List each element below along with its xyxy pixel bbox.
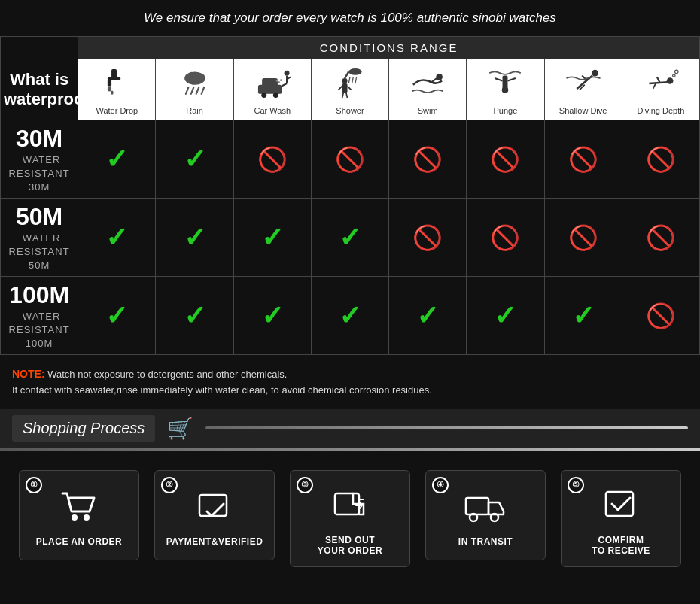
col-punge-label: Punge [470, 106, 540, 115]
svg-point-7 [184, 71, 205, 84]
svg-rect-14 [262, 78, 278, 87]
row-100m-c7: ✓ [544, 277, 622, 355]
svg-point-49 [667, 77, 674, 84]
step4-icon [463, 490, 508, 530]
row-100m-label: 100M WATER RESISTANT 100M [1, 277, 78, 355]
row-100m-c4: ✓ [311, 277, 388, 355]
row-30m-c6: 🚫 [467, 120, 544, 199]
row-100m-c8: 🚫 [622, 277, 699, 355]
shopping-title: Shopping Process [12, 415, 155, 442]
svg-rect-59 [466, 498, 488, 514]
col-shower: Shower [311, 59, 388, 120]
svg-point-21 [278, 81, 280, 83]
row-50m-c7: 🚫 [544, 199, 622, 277]
col-diving-depth: Diving Depth [622, 59, 699, 120]
step4-label: IN TRANSIT [458, 536, 513, 547]
step1-label: PLACE AN ORDER [36, 536, 123, 547]
shopping-divider [0, 448, 700, 451]
col-water-drop: Water Drop [78, 59, 156, 120]
row-100m: 100M WATER RESISTANT 100M ✓ ✓ ✓ ✓ ✓ ✓ ✓ … [1, 277, 700, 355]
row-30m-c5: 🚫 [389, 120, 467, 199]
row-50m-c5: 🚫 [389, 199, 467, 277]
row-50m-label: 50M WATER RESISTANT 50M [1, 199, 78, 277]
row-50m-rating: 50M [16, 203, 62, 230]
col-car-wash-label: Car Wash [237, 106, 308, 115]
row-100m-c5: ✓ [389, 277, 467, 355]
row-100m-c3: ✓ [233, 277, 311, 355]
step5-icon [601, 489, 641, 529]
svg-rect-41 [503, 76, 508, 90]
svg-point-22 [276, 80, 278, 82]
svg-point-4 [108, 86, 111, 91]
top-banner: We ensure that your order every watch is… [0, 0, 700, 36]
step1-icon [59, 490, 99, 530]
row-30m-c8: 🚫 [622, 120, 699, 199]
step3-label: SEND OUT YOUR ORDER [318, 535, 382, 556]
col-shallow-dive-label: Shallow Dive [548, 106, 619, 115]
row-50m-desc: WATER RESISTANT 50M [9, 232, 70, 271]
shopping-header: Shopping Process 🛒 [0, 409, 700, 448]
step-place-order: ① PLACE AN ORDER [19, 470, 139, 560]
step3-num: ③ [297, 477, 313, 493]
svg-rect-3 [108, 80, 111, 87]
svg-point-55 [84, 514, 90, 521]
svg-point-23 [280, 79, 282, 81]
step4-num: ④ [432, 477, 449, 493]
row-50m-c6: 🚫 [467, 199, 544, 277]
step5-label: COMFIRM TO RECEIVE [592, 535, 650, 556]
conditions-header: CONDITIONS RANGE [78, 37, 700, 59]
svg-point-5 [111, 91, 114, 95]
row-50m: 50M WATER RESISTANT 50M ✓ ✓ ✓ ✓ 🚫 🚫 🚫 🚫 [1, 199, 700, 277]
col-shower-label: Shower [315, 106, 385, 115]
step-confirm: ⑤ COMFIRM TO RECEIVE [561, 470, 681, 567]
col-swim-label: Swim [392, 106, 463, 115]
col-rain-label: Rain [159, 106, 230, 115]
col-car-wash: Car Wash [233, 59, 311, 120]
row-30m-desc: WATER RESISTANT 30M [9, 154, 70, 193]
step1-num: ① [26, 477, 42, 493]
col-rain: Rain [156, 59, 233, 120]
svg-point-17 [284, 71, 289, 76]
step2-label: PAYMENT&VERIFIED [166, 536, 263, 547]
svg-rect-1 [111, 69, 117, 78]
note-line1: NOTE: Watch not exposure to detergents a… [12, 366, 688, 383]
row-100m-rating: 100M [9, 281, 69, 308]
note-label: NOTE: [12, 368, 45, 380]
steps-row: ① PLACE AN ORDER ② PAYMENT&VERIFIED [0, 463, 700, 582]
step3-icon [330, 489, 370, 529]
col-shallow-dive: Shallow Dive [544, 59, 622, 120]
svg-point-37 [436, 74, 443, 80]
step5-num: ⑤ [568, 477, 584, 493]
col-diving-depth-label: Diving Depth [625, 106, 696, 115]
row-30m-c3: 🚫 [233, 120, 311, 199]
step-payment: ② PAYMENT&VERIFIED [154, 470, 275, 560]
svg-point-25 [348, 68, 361, 75]
col-water-drop-label: Water Drop [81, 106, 152, 115]
svg-point-15 [261, 93, 266, 98]
note-line2: If contact with seawater,rinse immediate… [12, 383, 688, 399]
svg-point-16 [273, 93, 278, 98]
col-punge: Punge [467, 59, 544, 120]
row-30m-label: 30M WATER RESISTANT 30M [1, 120, 78, 199]
row-30m-c7: 🚫 [544, 120, 622, 199]
svg-rect-0 [97, 64, 136, 103]
svg-point-54 [72, 514, 78, 521]
row-50m-c4: ✓ [311, 199, 388, 277]
row-100m-c1: ✓ [78, 277, 156, 355]
row-50m-c2: ✓ [156, 199, 233, 277]
row-30m-c1: ✓ [78, 120, 156, 199]
shopping-section: Shopping Process 🛒 ① PLACE AN ORDER ② [0, 409, 700, 582]
waterproof-table: CONDITIONS RANGE What is waterproof [0, 36, 700, 355]
row-30m-c2: ✓ [156, 120, 233, 199]
row-50m-c3: ✓ [233, 199, 311, 277]
row-100m-c2: ✓ [156, 277, 233, 355]
row-30m-c4: 🚫 [311, 120, 388, 199]
step-send: ③ SEND OUT YOUR ORDER [290, 470, 410, 567]
row-30m-rating: 30M [16, 125, 62, 152]
row-50m-c8: 🚫 [622, 199, 699, 277]
waterproof-title: What is waterproof [1, 59, 78, 120]
row-50m-c1: ✓ [78, 199, 156, 277]
col-swim: Swim [389, 59, 467, 120]
row-100m-c6: ✓ [467, 277, 544, 355]
waterproof-section: CONDITIONS RANGE What is waterproof [0, 36, 700, 409]
